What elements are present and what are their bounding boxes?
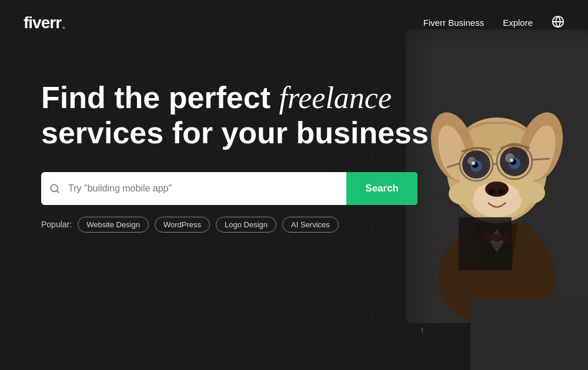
hero-section: Find the perfect freelance services for … (0, 45, 588, 256)
headline-part1: Find the perfect (41, 80, 279, 115)
headline-italic: freelance (279, 81, 392, 115)
search-input[interactable] (68, 183, 346, 194)
search-icon (49, 183, 60, 194)
popular-label: Popular: (41, 220, 72, 229)
svg-line-3 (56, 190, 58, 192)
search-bar: Search (41, 172, 417, 205)
header: fiverr. Fiverr Business Explore (0, 0, 588, 45)
main-nav: Fiverr Business Explore (423, 15, 564, 31)
headline-part2: services for your business (41, 116, 429, 150)
popular-tag-logo-design[interactable]: Logo Design (216, 217, 276, 233)
globe-icon[interactable] (552, 15, 564, 31)
nav-fiverr-business[interactable]: Fiverr Business (423, 18, 484, 28)
popular-tag-wordpress[interactable]: WordPress (155, 217, 210, 233)
popular-tag-ai-services[interactable]: AI Services (282, 217, 339, 233)
dark-overlay-block-2 (470, 300, 588, 370)
nav-explore[interactable]: Explore (503, 18, 533, 28)
logo-text: fiverr (24, 14, 61, 32)
logo-dot: . (61, 12, 66, 33)
hero-headline: Find the perfect freelance services for … (41, 80, 441, 151)
popular-row: Popular: Website Design WordPress Logo D… (41, 217, 564, 233)
search-button[interactable]: Search (346, 172, 417, 205)
logo: fiverr. (24, 12, 66, 33)
popular-tag-website-design[interactable]: Website Design (78, 217, 149, 233)
search-icon-wrapper (41, 183, 68, 194)
